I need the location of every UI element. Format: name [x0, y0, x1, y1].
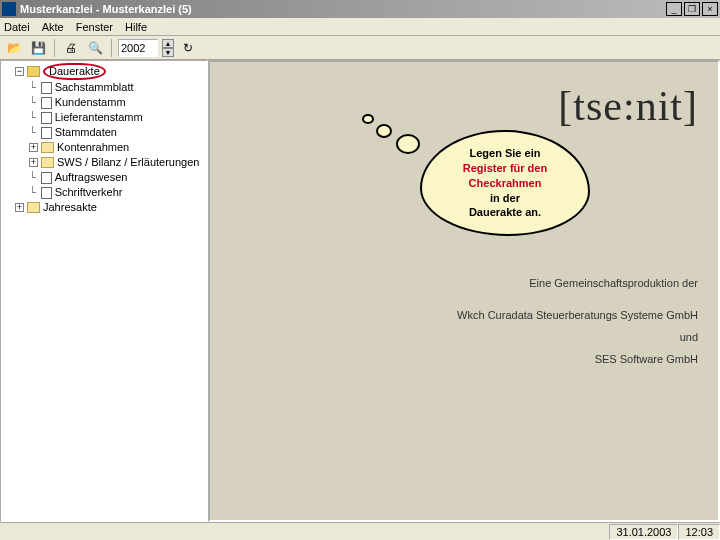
tree-item-label: Schriftverkehr	[55, 185, 123, 200]
menu-akte[interactable]: Akte	[42, 21, 64, 33]
tree-item[interactable]: +Kontenrahmen	[29, 140, 207, 155]
menu-datei[interactable]: Datei	[4, 21, 30, 33]
content-area: [tse:nit] Eine Gemeinschaftsproduktion d…	[208, 60, 720, 522]
minimize-button[interactable]: _	[666, 2, 682, 16]
callout-line: Dauerakte an.	[432, 205, 578, 220]
folder-icon	[41, 157, 54, 168]
collapse-icon[interactable]: −	[15, 67, 24, 76]
expand-icon[interactable]: +	[29, 143, 38, 152]
spin-up-icon[interactable]: ▲	[162, 39, 174, 48]
folder-open-icon	[27, 66, 40, 77]
callout-line: in der	[432, 191, 578, 206]
credits-lead: Eine Gemeinschaftsproduktion der	[448, 272, 698, 294]
document-icon	[41, 127, 52, 139]
credits-line: SES Software GmbH	[448, 348, 698, 370]
menu-bar: Datei Akte Fenster Hilfe	[0, 18, 720, 36]
tree-panel[interactable]: − Dauerakte └Sachstammblatt └Kundenstamm…	[0, 60, 208, 522]
callout-line: Register für den	[432, 161, 578, 176]
document-icon	[41, 82, 52, 94]
thought-bubble-icon	[396, 134, 420, 154]
status-date: 31.01.2003	[609, 524, 678, 540]
year-input[interactable]	[118, 39, 158, 57]
menu-fenster[interactable]: Fenster	[76, 21, 113, 33]
thought-bubble-icon	[376, 124, 392, 138]
tree-item[interactable]: └Schriftverkehr	[29, 185, 207, 200]
expand-icon[interactable]: +	[29, 158, 38, 167]
tree-item-label: Kontenrahmen	[57, 140, 129, 155]
app-icon	[2, 2, 16, 16]
restore-button[interactable]: ❐	[684, 2, 700, 16]
callout-line: Checkrahmen	[432, 176, 578, 191]
preview-button[interactable]: 🔍	[85, 38, 105, 58]
window-title: Musterkanzlei - Musterkanzlei (5)	[20, 3, 666, 15]
close-button[interactable]: ×	[702, 2, 718, 16]
document-icon	[41, 112, 52, 124]
menu-hilfe[interactable]: Hilfe	[125, 21, 147, 33]
tree-item[interactable]: └Stammdaten	[29, 125, 207, 140]
callout-line: Legen Sie ein	[432, 146, 578, 161]
tree-item-label: Kundenstamm	[55, 95, 126, 110]
credits-block: Eine Gemeinschaftsproduktion der Wkch Cu…	[448, 272, 698, 370]
tree-root-dauerakte[interactable]: − Dauerakte	[15, 63, 207, 80]
product-logo: [tse:nit]	[558, 82, 698, 130]
tree-item-label: Auftragswesen	[55, 170, 128, 185]
credits-line: und	[448, 326, 698, 348]
open-button[interactable]: 📂	[4, 38, 24, 58]
tree-root-jahresakte[interactable]: + Jahresakte	[15, 200, 207, 215]
tree-item-label: Lieferantenstamm	[55, 110, 143, 125]
toolbar-separator	[54, 39, 55, 57]
document-icon	[41, 172, 52, 184]
window-titlebar: Musterkanzlei - Musterkanzlei (5) _ ❐ ×	[0, 0, 720, 18]
document-icon	[41, 187, 52, 199]
thought-bubble-icon	[362, 114, 374, 124]
tree-item[interactable]: └Lieferantenstamm	[29, 110, 207, 125]
status-time: 12:03	[678, 524, 720, 540]
tree-root-label: Jahresakte	[43, 200, 97, 215]
tree-item-label: SWS / Bilanz / Erläuterungen	[57, 155, 199, 170]
status-bar: 31.01.2003 12:03	[0, 522, 720, 540]
tree-item[interactable]: └Auftragswesen	[29, 170, 207, 185]
callout-cloud: Legen Sie ein Register für den Checkrahm…	[420, 130, 590, 236]
folder-icon	[41, 142, 54, 153]
refresh-button[interactable]: ↻	[178, 38, 198, 58]
tree-item[interactable]: └Sachstammblatt	[29, 80, 207, 95]
spin-down-icon[interactable]: ▼	[162, 48, 174, 57]
toolbar-separator	[111, 39, 112, 57]
tree-item-label: Sachstammblatt	[55, 80, 134, 95]
workspace: − Dauerakte └Sachstammblatt └Kundenstamm…	[0, 60, 720, 522]
credits-line: Wkch Curadata Steuerberatungs Systeme Gm…	[448, 304, 698, 326]
folder-icon	[27, 202, 40, 213]
document-icon	[41, 97, 52, 109]
toolbar: 📂 💾 🖨 🔍 ▲ ▼ ↻	[0, 36, 720, 60]
tree-root-label: Dauerakte	[43, 63, 106, 80]
tree-item[interactable]: └Kundenstamm	[29, 95, 207, 110]
tree-item[interactable]: +SWS / Bilanz / Erläuterungen	[29, 155, 207, 170]
print-button[interactable]: 🖨	[61, 38, 81, 58]
tutorial-callout: Legen Sie ein Register für den Checkrahm…	[420, 130, 590, 236]
save-button[interactable]: 💾	[28, 38, 48, 58]
expand-icon[interactable]: +	[15, 203, 24, 212]
year-spinner[interactable]: ▲ ▼	[162, 39, 174, 57]
tree-item-label: Stammdaten	[55, 125, 117, 140]
